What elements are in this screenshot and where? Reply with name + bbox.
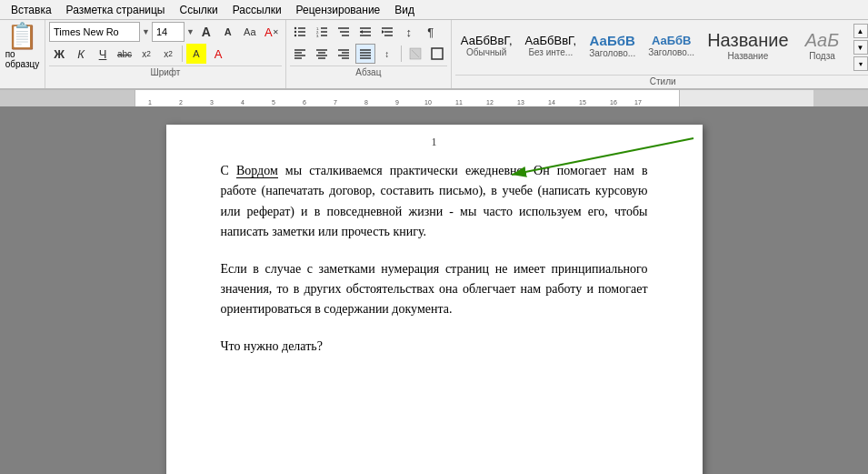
align-right-button[interactable]: [334, 44, 354, 64]
page-number-area: 1: [432, 136, 437, 149]
paste-icon: 📋: [6, 24, 38, 49]
svg-marker-18: [360, 30, 363, 34]
style-no-interval[interactable]: АаБбВвГ, Без инте...: [520, 22, 583, 69]
superscript-button[interactable]: x2: [158, 44, 178, 64]
ruler-marks: 1 2 3 4 5 6 7 8 9 10 11 12 13 14 15 16 1…: [135, 90, 647, 106]
styles-section: АаБбВвГ, Обычный АаБбВвГ, Без инте... Аа…: [452, 20, 868, 88]
style-subtitle-preview: АаБ: [805, 30, 839, 51]
word-underlined: Вордом: [236, 164, 278, 178]
style-title[interactable]: Название Название: [702, 22, 793, 69]
decrease-indent-button[interactable]: [355, 22, 375, 42]
decrease-indent-icon: [359, 25, 372, 38]
font-name-input[interactable]: [49, 22, 140, 42]
clear-format-button[interactable]: A✕: [262, 22, 282, 42]
menu-review[interactable]: Рецензирование: [289, 2, 388, 18]
ruler: 1 2 3 4 5 6 7 8 9 10 11 12 13 14 15 16 1…: [0, 90, 868, 106]
increase-indent-button[interactable]: [377, 22, 397, 42]
align-justify-icon: [359, 47, 372, 60]
paste-label: по образцу: [5, 49, 40, 69]
align-left-button[interactable]: [290, 44, 310, 64]
paragraph-2: Если в случае с заметками нумерация стра…: [221, 259, 648, 320]
paragraph-1: С Вордом мы сталкиваемся практически еже…: [221, 161, 648, 243]
styles-scroll-down[interactable]: ▼: [853, 40, 868, 55]
styles-scroll: ▲ ▼ ▾: [851, 22, 868, 73]
style-no-interval-label: Без инте...: [528, 47, 573, 57]
style-subtitle-label: Подза: [809, 51, 835, 61]
styles-scroll-up[interactable]: ▲: [853, 24, 868, 38]
style-heading1-preview: АаБбВ: [590, 33, 635, 48]
document-content[interactable]: С Вордом мы сталкиваемся практически еже…: [221, 161, 648, 357]
menu-page-layout[interactable]: Разметка страницы: [59, 2, 173, 18]
sort-button[interactable]: ↕: [399, 22, 419, 42]
subscript-button[interactable]: x2: [136, 44, 156, 64]
multilevel-icon: [337, 25, 350, 38]
font-grow-button[interactable]: A: [196, 22, 216, 42]
font-name-dropdown[interactable]: ▼: [142, 27, 150, 36]
numbering-icon: 1.2.3.: [315, 25, 328, 38]
menu-references[interactable]: Ссылки: [172, 2, 224, 18]
line-spacing-button[interactable]: ↕: [377, 44, 397, 64]
align-right-icon: [337, 47, 350, 60]
document-area[interactable]: 1 С Вордом мы сталкиваемся практически е…: [0, 106, 868, 474]
styles-section-label: Стили: [455, 75, 868, 86]
svg-rect-41: [432, 48, 443, 59]
style-heading2[interactable]: АаБбВ Заголово...: [643, 22, 700, 69]
style-subtitle[interactable]: АаБ Подза: [796, 22, 849, 69]
shading-button[interactable]: [405, 44, 425, 64]
font-shrink-button[interactable]: A: [218, 22, 238, 42]
underline-button[interactable]: Ч: [93, 44, 113, 64]
paragraph-3: Что нужно делать?: [221, 337, 648, 357]
ribbon: 📋 по образцу ▼ ▼ A A Aa A✕ Ж К Ч abc x2 …: [0, 20, 868, 90]
style-normal-label: Обычный: [466, 47, 506, 57]
bullets-icon: [294, 25, 306, 38]
shading-icon: [409, 47, 422, 60]
svg-text:3.: 3.: [316, 34, 319, 38]
multilevel-button[interactable]: [334, 22, 354, 42]
font-size-input[interactable]: [152, 22, 185, 42]
change-case-button[interactable]: Aa: [240, 22, 260, 42]
align-left-icon: [294, 47, 306, 60]
separator1: [182, 45, 183, 62]
svg-point-5: [294, 35, 296, 36]
style-heading1[interactable]: АаБбВ Заголово...: [584, 22, 641, 69]
align-center-button[interactable]: [312, 44, 332, 64]
style-heading1-label: Заголово...: [589, 48, 635, 58]
font-section: ▼ ▼ A A Aa A✕ Ж К Ч abc x2 x2 A A Шрифт: [45, 20, 286, 88]
font-color-button[interactable]: A: [208, 44, 228, 64]
style-heading2-preview: АаБбВ: [652, 34, 692, 47]
strikethrough-button[interactable]: abc: [115, 44, 135, 64]
document-page: 1 С Вордом мы сталкиваемся практически е…: [166, 125, 703, 474]
text-highlight-button[interactable]: A: [186, 44, 206, 64]
font-size-dropdown[interactable]: ▼: [186, 27, 195, 36]
ruler-left-margin: [0, 90, 135, 106]
menu-bar: Вставка Разметка страницы Ссылки Рассылк…: [0, 0, 868, 20]
ruler-right-margin: [813, 90, 868, 106]
page-number: 1: [432, 136, 437, 149]
border-button[interactable]: [427, 44, 447, 64]
svg-point-4: [294, 31, 296, 33]
border-icon: [431, 47, 444, 60]
align-justify-button[interactable]: [355, 44, 375, 64]
style-heading2-label: Заголово...: [648, 47, 694, 57]
styles-expand[interactable]: ▾: [853, 56, 868, 71]
clipboard-section: 📋 по образцу: [0, 20, 45, 88]
align-center-icon: [315, 47, 328, 60]
bold-button[interactable]: Ж: [49, 44, 69, 64]
menu-mailings[interactable]: Рассылки: [225, 2, 289, 18]
bullets-button[interactable]: [290, 22, 310, 42]
separator2: [401, 45, 402, 62]
style-normal-preview: АаБбВвГ,: [461, 34, 513, 47]
svg-marker-22: [382, 30, 384, 34]
menu-view[interactable]: Вид: [387, 2, 422, 18]
numbering-button[interactable]: 1.2.3.: [312, 22, 332, 42]
paste-button[interactable]: 📋 по образцу: [5, 24, 40, 69]
menu-insert[interactable]: Вставка: [4, 2, 59, 18]
style-no-interval-preview: АаБбВвГ,: [525, 34, 577, 47]
show-marks-button[interactable]: ¶: [421, 22, 441, 42]
italic-button[interactable]: К: [71, 44, 91, 64]
style-normal[interactable]: АаБбВвГ, Обычный: [455, 22, 518, 69]
style-title-preview: Название: [707, 30, 788, 51]
increase-indent-icon: [381, 25, 394, 38]
style-title-label: Название: [728, 51, 769, 61]
svg-point-3: [294, 27, 296, 29]
